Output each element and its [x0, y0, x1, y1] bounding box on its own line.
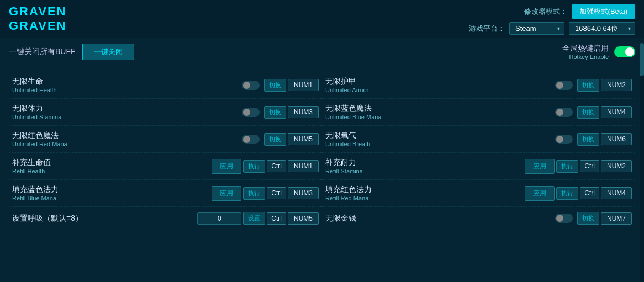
- key-group: 切换 NUM3: [264, 106, 319, 119]
- apply-btn-refill-stamina[interactable]: 应用: [525, 159, 555, 174]
- mode-row: 修改器模式： 加强模式(Beta): [524, 4, 635, 19]
- mode-label: 修改器模式：: [524, 7, 567, 17]
- key-group: 应用 执行 Ctrl NUM2: [525, 159, 632, 174]
- switch-btn-unlimited-stamina[interactable]: 切换: [264, 106, 286, 119]
- top-bar: 一键关闭所有BUFF 一键关闭 全局热键启用 Hotkey Enable: [9, 44, 635, 65]
- feature-info: 无限金钱: [325, 214, 555, 224]
- feature-cn: 无限氧气: [325, 131, 555, 141]
- version-select[interactable]: 16864.0 64位: [569, 22, 635, 35]
- hotkey-row: 全局热键启用 Hotkey Enable: [562, 44, 635, 60]
- breath-value-input[interactable]: [197, 212, 241, 225]
- key-cap-unlimited-stamina: NUM3: [288, 106, 319, 118]
- feature-cn: 无限生命: [12, 77, 242, 87]
- features-grid: 无限生命 Unlimited Health 切换 NUM1 无限护甲 Unlim…: [9, 72, 635, 230]
- header-right: 修改器模式： 加强模式(Beta) 游戏平台： Steam 16864.0 64…: [469, 4, 635, 35]
- apply-btn-refill-red-mana[interactable]: 应用: [525, 186, 555, 201]
- hotkey-toggle[interactable]: [614, 46, 635, 57]
- feature-cn: 填充蓝色法力: [12, 185, 212, 195]
- switch-btn-unlimited-breath[interactable]: 切换: [577, 133, 599, 146]
- key-cap-refill-blue-mana: NUM3: [288, 187, 319, 199]
- platform-label: 游戏平台：: [469, 24, 505, 34]
- close-all-section: 一键关闭所有BUFF 一键关闭: [9, 44, 134, 60]
- exec-btn-refill-health[interactable]: 执行: [243, 160, 265, 173]
- feature-info: 补充耐力 Refill Stamina: [325, 158, 525, 174]
- key-cap-refill-stamina: NUM2: [601, 160, 632, 172]
- mod-key-refill-stamina: Ctrl: [580, 160, 599, 172]
- main-content: 一键关闭所有BUFF 一键关闭 全局热键启用 Hotkey Enable 无限生…: [0, 38, 644, 277]
- switch-btn-unlimited-red-mana[interactable]: 切换: [264, 133, 286, 146]
- feature-cn: 无限护甲: [325, 77, 555, 87]
- feature-info: 无限蓝色魔法 Unlimited Blue Mana: [325, 104, 555, 120]
- feature-en: Unlimited Red Mana: [12, 141, 242, 147]
- key-group: 应用 执行 Ctrl NUM4: [525, 186, 632, 201]
- feature-info: 设置呼吸（默认=8）: [12, 214, 197, 224]
- switch-btn-unlimited-health[interactable]: 切换: [264, 79, 286, 92]
- feature-en: Unlimited Breath: [325, 141, 555, 147]
- scrollbar-track[interactable]: [640, 43, 644, 282]
- key-cap-unlimited-armor: NUM2: [601, 79, 632, 91]
- feature-row-unlimited-blue-mana: 无限蓝色魔法 Unlimited Blue Mana 切换 NUM4: [322, 99, 635, 126]
- feature-cn: 无限金钱: [325, 214, 555, 224]
- toggle-unlimited-health[interactable]: [242, 81, 260, 90]
- apply-btn-refill-health[interactable]: 应用: [212, 159, 241, 174]
- version-select-wrapper: 16864.0 64位: [569, 22, 635, 35]
- hotkey-section: 全局热键启用 Hotkey Enable: [562, 44, 635, 60]
- feature-en: Refill Red Mana: [325, 195, 525, 201]
- exec-btn-refill-stamina[interactable]: 执行: [556, 160, 578, 173]
- feature-cn: 填充红色法力: [325, 185, 525, 195]
- switch-btn-unlimited-blue-mana[interactable]: 切换: [577, 106, 599, 119]
- feature-info: 填充红色法力 Refill Red Mana: [325, 185, 525, 201]
- exec-btn-refill-red-mana[interactable]: 执行: [556, 187, 578, 200]
- feature-row-refill-stamina: 补充耐力 Refill Stamina 应用 执行 Ctrl NUM2: [322, 153, 635, 180]
- platform-select[interactable]: Steam: [509, 22, 564, 35]
- feature-cn: 补充生命值: [12, 158, 212, 168]
- feature-info: 无限生命 Unlimited Health: [12, 77, 242, 93]
- exec-btn-refill-blue-mana[interactable]: 执行: [243, 187, 265, 200]
- key-group: 应用 执行 Ctrl NUM1: [212, 159, 319, 174]
- key-cap-unlimited-blue-mana: NUM4: [601, 106, 632, 118]
- apply-btn-refill-blue-mana[interactable]: 应用: [212, 186, 241, 201]
- feature-row-unlimited-money: 无限金钱 切换 NUM7: [322, 207, 635, 230]
- mod-key-breath: Ctrl: [267, 212, 286, 225]
- switch-btn-unlimited-money[interactable]: 切换: [577, 212, 599, 225]
- feature-info: 无限护甲 Unlimited Armor: [325, 77, 555, 93]
- close-all-label: 一键关闭所有BUFF: [9, 47, 76, 57]
- mod-key-refill-health: Ctrl: [267, 160, 286, 172]
- game-title-line2: GRAVEN: [9, 19, 67, 33]
- toggle-unlimited-stamina[interactable]: [242, 108, 260, 117]
- key-cap-refill-health: NUM1: [288, 160, 319, 172]
- platform-row: 游戏平台： Steam 16864.0 64位: [469, 22, 635, 35]
- feature-cn: 无限红色魔法: [12, 131, 242, 141]
- feature-row-unlimited-breath: 无限氧气 Unlimited Breath 切换 NUM6: [322, 126, 635, 153]
- feature-en: Unlimited Stamina: [12, 114, 242, 120]
- platform-select-wrapper: Steam: [509, 22, 564, 35]
- scrollbar-thumb[interactable]: [640, 43, 644, 76]
- feature-info: 无限氧气 Unlimited Breath: [325, 131, 555, 147]
- feature-info: 无限红色魔法 Unlimited Red Mana: [12, 131, 242, 147]
- mode-button[interactable]: 加强模式(Beta): [572, 4, 635, 19]
- key-group: 切换 NUM2: [577, 79, 632, 92]
- key-group: 切换 NUM1: [264, 79, 319, 92]
- mod-key-refill-blue-mana: Ctrl: [267, 187, 286, 199]
- toggle-unlimited-breath[interactable]: [555, 135, 573, 144]
- key-cap-breath: NUM5: [288, 212, 319, 225]
- set-btn-breath[interactable]: 设置: [243, 212, 265, 225]
- toggle-unlimited-blue-mana[interactable]: [555, 108, 573, 117]
- feature-row-unlimited-armor: 无限护甲 Unlimited Armor 切换 NUM2: [322, 72, 635, 99]
- switch-btn-unlimited-armor[interactable]: 切换: [577, 79, 599, 92]
- feature-en: Unlimited Health: [12, 87, 242, 93]
- game-title-line1: GRAVEN: [9, 4, 67, 19]
- hotkey-label-cn: 全局热键启用: [562, 44, 609, 54]
- toggle-unlimited-armor[interactable]: [555, 81, 573, 90]
- toggle-unlimited-money[interactable]: [555, 214, 573, 223]
- header: GRAVEN GRAVEN 修改器模式： 加强模式(Beta) 游戏平台： St…: [0, 0, 644, 38]
- key-group: 切换 NUM7: [577, 212, 632, 225]
- game-title: GRAVEN GRAVEN: [9, 4, 67, 33]
- close-all-button[interactable]: 一键关闭: [82, 44, 134, 60]
- feature-info: 补充生命值 Refill Health: [12, 158, 212, 174]
- feature-row-refill-blue-mana: 填充蓝色法力 Refill Blue Mana 应用 执行 Ctrl NUM3: [9, 180, 322, 207]
- feature-row-unlimited-stamina: 无限体力 Unlimited Stamina 切换 NUM3: [9, 99, 322, 126]
- toggle-unlimited-red-mana[interactable]: [242, 135, 260, 144]
- feature-row-refill-health: 补充生命值 Refill Health 应用 执行 Ctrl NUM1: [9, 153, 322, 180]
- feature-en: Unlimited Blue Mana: [325, 114, 555, 120]
